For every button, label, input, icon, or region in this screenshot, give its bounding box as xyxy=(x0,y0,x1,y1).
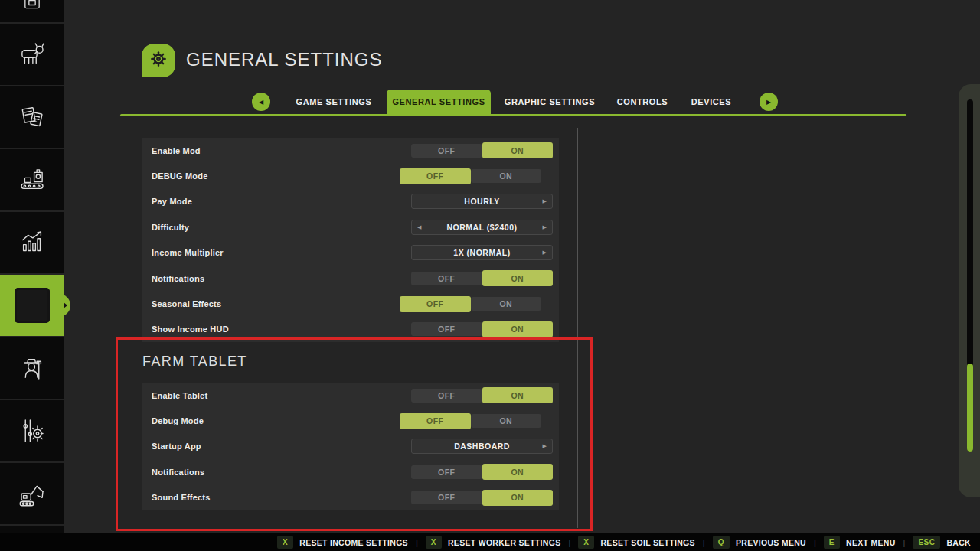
setting-label: Debug Mode xyxy=(152,416,204,425)
keybind-label: RESET WORKER SETTINGS xyxy=(448,538,560,547)
screen-icon xyxy=(17,5,47,18)
sidebar-item-statistics[interactable] xyxy=(0,212,64,275)
setting-label: Income Multiplier xyxy=(152,248,224,257)
toggle-on-button[interactable]: ON xyxy=(482,490,554,506)
dropdown-value: 1X (NORMAL) xyxy=(453,248,510,257)
option-next-icon[interactable]: ▶ xyxy=(543,249,547,256)
keybind-label: PREVIOUS MENU xyxy=(736,538,806,547)
keybar-divider: | xyxy=(703,538,705,547)
tuning-settings-icon xyxy=(16,415,48,447)
sidebar-item-farm-tablet[interactable] xyxy=(0,275,64,337)
toggle-on-button[interactable]: ON xyxy=(471,297,542,311)
toggle-on-button[interactable]: ON xyxy=(482,270,554,286)
sidebar-item-workers[interactable] xyxy=(0,337,64,400)
option-next-icon[interactable]: ▶ xyxy=(543,198,547,204)
page-scrollbar-thumb[interactable] xyxy=(967,364,973,452)
toggle-off-button[interactable]: OFF xyxy=(411,144,482,158)
setting-row-difficulty: Difficulty◀NORMAL ($2400)▶ xyxy=(142,214,559,240)
toggle-on-button[interactable]: ON xyxy=(482,464,554,480)
page-title: GENERAL SETTINGS xyxy=(186,49,383,70)
key-badge: X xyxy=(277,536,293,549)
sidebar-item-construction[interactable] xyxy=(0,463,64,526)
sidebar-item-animals-cow[interactable] xyxy=(0,24,64,86)
dropdown-income-multiplier[interactable]: 1X (NORMAL)▶ xyxy=(411,245,553,260)
list-scroll-indicator xyxy=(577,128,578,528)
setting-label: DEBUG Mode xyxy=(152,171,208,181)
chevron-left-icon: ◀ xyxy=(259,99,263,106)
active-item-arrow-icon xyxy=(64,302,67,308)
workers-icon xyxy=(16,352,48,384)
keybar-divider: | xyxy=(416,538,418,547)
animals-cow-icon xyxy=(16,38,48,70)
tab-graphic-settings[interactable]: GRAPHIC SETTINGS xyxy=(502,90,597,115)
toggle-on-button[interactable]: ON xyxy=(482,321,554,337)
setting-row-pay-mode: Pay ModeHOURLY▶ xyxy=(142,189,559,214)
keybind-back[interactable]: ESCBACK xyxy=(913,536,971,549)
toggle-off-button[interactable]: OFF xyxy=(411,322,482,336)
toggle-group: OFFON xyxy=(411,270,553,286)
key-badge: E xyxy=(824,536,840,549)
keybind-label: RESET INCOME SETTINGS xyxy=(299,538,408,547)
toggle-off-button[interactable]: OFF xyxy=(400,413,471,429)
sidebar-item-screen[interactable] xyxy=(0,0,64,24)
toggle-off-button[interactable]: OFF xyxy=(411,491,482,504)
keybind-bar: XRESET INCOME SETTINGS|XRESET WORKER SET… xyxy=(0,533,980,551)
keybind-next-menu[interactable]: ENEXT MENU xyxy=(824,536,896,549)
keybar-divider: | xyxy=(814,538,816,547)
toggle-off-button[interactable]: OFF xyxy=(411,389,482,403)
keybind-label: NEXT MENU xyxy=(846,538,896,547)
option-prev-icon[interactable]: ◀ xyxy=(417,224,421,230)
key-badge: ESC xyxy=(913,536,940,549)
toggle-off-button[interactable]: OFF xyxy=(400,168,471,184)
toggle-off-button[interactable]: OFF xyxy=(400,296,471,312)
contracts-icon xyxy=(16,101,48,133)
chevron-right-icon: ▶ xyxy=(766,99,771,106)
option-next-icon[interactable]: ▶ xyxy=(543,443,547,449)
tab-general-settings[interactable]: GENERAL SETTINGS xyxy=(387,90,491,115)
key-badge: X xyxy=(578,536,594,549)
tab-controls[interactable]: CONTROLS xyxy=(607,90,678,115)
toggle-off-button[interactable]: OFF xyxy=(411,272,482,285)
toggle-on-button[interactable]: ON xyxy=(482,142,554,158)
dropdown-value: DASHBOARD xyxy=(454,442,510,451)
setting-row-notifications: NotificationsOFFON xyxy=(142,459,559,484)
setting-row-income-multiplier: Income Multiplier1X (NORMAL)▶ xyxy=(142,240,559,266)
toggle-on-button[interactable]: ON xyxy=(482,387,554,403)
tab-devices[interactable]: DEVICES xyxy=(676,90,746,115)
toggle-on-button[interactable]: ON xyxy=(471,169,542,183)
dropdown-value: NORMAL ($2400) xyxy=(447,223,518,232)
dropdown-value: HOURLY xyxy=(464,197,499,206)
setting-row-debug-mode: Debug ModeOFFON xyxy=(142,408,559,433)
setting-label: Pay Mode xyxy=(152,197,192,206)
setting-label: Notifications xyxy=(152,468,204,477)
tabs-next-button[interactable]: ▶ xyxy=(760,93,778,111)
toggle-group: OFFON xyxy=(411,490,553,506)
keybind-reset-soil-settings[interactable]: XRESET SOIL SETTINGS xyxy=(578,536,695,549)
key-badge: X xyxy=(426,536,442,549)
setting-label: Show Income HUD xyxy=(152,324,229,334)
setting-row-notifications: NotificationsOFFON xyxy=(142,266,559,291)
keybind-reset-worker-settings[interactable]: XRESET WORKER SETTINGS xyxy=(426,536,561,549)
tabs-prev-button[interactable]: ◀ xyxy=(252,93,270,111)
sidebar-item-contracts[interactable] xyxy=(0,86,64,149)
setting-row-enable-tablet: Enable TabletOFFON xyxy=(142,383,559,408)
dropdown-pay-mode[interactable]: HOURLY▶ xyxy=(411,194,553,209)
keybind-reset-income-settings[interactable]: XRESET INCOME SETTINGS xyxy=(277,536,408,549)
tabbar-underline xyxy=(120,114,906,116)
toggle-on-button[interactable]: ON xyxy=(471,414,542,428)
toggle-group: OFFON xyxy=(411,142,553,158)
setting-label: Difficulty xyxy=(152,223,189,232)
option-next-icon[interactable]: ▶ xyxy=(543,224,547,230)
toggle-off-button[interactable]: OFF xyxy=(411,465,482,479)
keybar-divider: | xyxy=(568,538,570,547)
tab-game-settings[interactable]: GAME SETTINGS xyxy=(288,90,380,115)
general-settings-panel: Enable ModOFFONDEBUG ModeOFFONPay ModeHO… xyxy=(142,138,559,342)
dropdown-difficulty[interactable]: ◀NORMAL ($2400)▶ xyxy=(411,220,553,235)
keybind-previous-menu[interactable]: QPREVIOUS MENU xyxy=(713,536,806,549)
setting-label: Sound Effects xyxy=(152,493,211,502)
dropdown-startup-app[interactable]: DASHBOARD▶ xyxy=(411,439,553,454)
toggle-group: OFFON xyxy=(400,168,541,184)
construction-icon xyxy=(16,478,48,510)
sidebar-item-production[interactable] xyxy=(0,149,64,212)
sidebar-item-tuning-settings[interactable] xyxy=(0,400,64,463)
